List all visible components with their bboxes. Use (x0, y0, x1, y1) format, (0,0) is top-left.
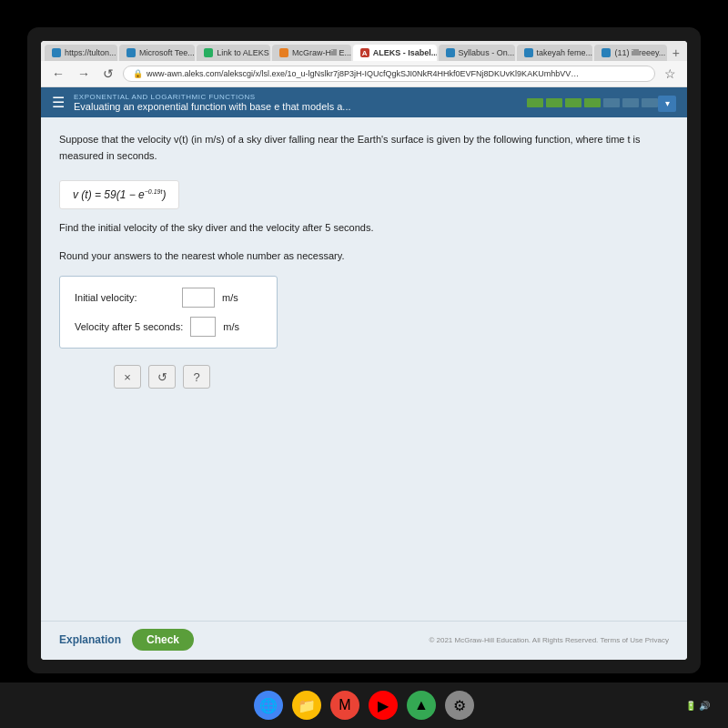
tab-6-label: Syllabus - On... (459, 48, 515, 57)
formula-text: v (t) = 59(1 − e−0.19t) (73, 188, 166, 201)
answer-box: Initial velocity: m/s Velocity after 5 s… (59, 276, 278, 349)
main-content: Suppose that the velocity v(t) (in m/s) … (41, 117, 687, 621)
tab-6-favicon (446, 48, 455, 57)
progress-block-5 (603, 98, 620, 107)
tab-7-favicon (524, 48, 533, 57)
header-title: Evaluating an exponential function with … (74, 101, 527, 112)
tab-1-label: https://tulton... (65, 48, 116, 57)
taskbar-chrome-icon[interactable]: 🌐 (254, 691, 283, 720)
tab-2-label: Microsoft Tee... (139, 48, 195, 57)
taskbar-settings-icon[interactable]: ⚙ (445, 691, 474, 720)
initial-velocity-label: Initial velocity: (75, 292, 175, 303)
answer-row-initial: Initial velocity: m/s (75, 288, 262, 308)
tab-1-favicon (52, 48, 61, 57)
bookmark-button[interactable]: ☆ (661, 65, 680, 83)
taskbar-time: 🔋 🔊 (685, 701, 710, 711)
instruction-line2: Round your answers to the nearest whole … (59, 248, 669, 264)
check-button[interactable]: Check (132, 629, 194, 651)
address-text: www-awn.aleks.com/alekscgi/x/lsl.exe/1o_… (147, 69, 583, 78)
aleks-header: ☰ EXPONENTIAL AND LOGARITHMIC FUNCTIONS … (41, 87, 687, 117)
initial-velocity-input[interactable] (182, 288, 215, 308)
tab-7[interactable]: takeyah feme... × (517, 45, 593, 61)
tab-1[interactable]: https://tulton... × (45, 45, 117, 61)
tab-5-favicon: A (360, 48, 369, 57)
taskbar-drive-icon[interactable]: ▲ (407, 691, 436, 720)
taskbar-gmail-icon[interactable]: M (330, 691, 359, 720)
initial-velocity-unit: m/s (222, 292, 238, 303)
tab-2[interactable]: Microsoft Tee... × (119, 45, 195, 61)
content-footer: Explanation Check © 2021 McGraw-Hill Edu… (41, 621, 687, 660)
tab-4-label: McGraw-Hill E... (292, 48, 351, 57)
taskbar-files-icon[interactable]: 📁 (292, 691, 321, 720)
progress-block-7 (642, 98, 658, 107)
header-progress (527, 98, 658, 107)
help-button[interactable]: ? (183, 365, 210, 389)
header-title-section: EXPONENTIAL AND LOGARITHMIC FUNCTIONS Ev… (74, 93, 527, 112)
laptop-frame: https://tulton... × Microsoft Tee... × L… (27, 27, 701, 673)
back-button[interactable]: ← (48, 65, 68, 83)
action-buttons: × ↺ ? (114, 365, 669, 389)
progress-block-3 (565, 98, 581, 107)
screen: https://tulton... × Microsoft Tee... × L… (41, 41, 687, 660)
os-taskbar: 🌐 📁 M ▶ ▲ ⚙ 🔋 🔊 (0, 682, 728, 728)
after5-velocity-label: Velocity after 5 seconds: (75, 321, 183, 332)
forward-button[interactable]: → (74, 65, 94, 83)
address-bar[interactable]: 🔒 www-awn.aleks.com/alekscgi/x/lsl.exe/1… (123, 66, 655, 82)
progress-block-2 (546, 98, 562, 107)
header-subtitle: EXPONENTIAL AND LOGARITHMIC FUNCTIONS (74, 93, 527, 101)
tab-3-label: Link to ALEKS (217, 48, 269, 57)
progress-block-1 (527, 98, 543, 107)
tab-2-favicon (126, 48, 136, 57)
tab-4[interactable]: McGraw-Hill E... × (272, 45, 351, 61)
tab-7-label: takeyah feme... (537, 48, 593, 57)
undo-button[interactable]: ↺ (148, 365, 176, 389)
taskbar-right: 🔋 🔊 (685, 701, 710, 711)
lock-icon: 🔒 (133, 69, 143, 78)
copyright-text: © 2021 McGraw-Hill Education. All Rights… (429, 636, 669, 644)
tab-4-favicon (279, 48, 288, 57)
formula-block: v (t) = 59(1 − e−0.19t) (59, 180, 179, 209)
browser-nav-bar: ← → ↺ 🔒 www-awn.aleks.com/alekscgi/x/lsl… (41, 61, 687, 87)
instruction-line1: Find the initial velocity of the sky div… (59, 220, 669, 236)
after5-velocity-unit: m/s (223, 321, 239, 332)
tab-3[interactable]: Link to ALEKS × (197, 45, 270, 61)
tab-5[interactable]: A ALEKS - Isabel... × (353, 45, 437, 61)
header-dropdown[interactable]: ▾ (658, 96, 676, 112)
after5-velocity-input[interactable] (190, 317, 216, 337)
tab-8-label: (11) illlreeey... (614, 48, 665, 57)
hamburger-menu[interactable]: ☰ (52, 94, 65, 111)
explanation-link[interactable]: Explanation (59, 633, 121, 646)
reload-button[interactable]: ↺ (99, 65, 117, 83)
new-tab-button[interactable]: + (669, 46, 683, 60)
tab-8-favicon (602, 48, 611, 57)
answer-row-after5: Velocity after 5 seconds: m/s (75, 317, 262, 337)
problem-intro: Suppose that the velocity v(t) (in m/s) … (59, 132, 669, 164)
tab-5-label: ALEKS - Isabel... (373, 48, 437, 57)
tab-8[interactable]: (11) illlreeey... × (594, 45, 666, 61)
progress-block-6 (622, 98, 639, 107)
browser-tab-bar: https://tulton... × Microsoft Tee... × L… (41, 41, 687, 61)
taskbar-youtube-icon[interactable]: ▶ (369, 691, 398, 720)
clear-button[interactable]: × (114, 365, 141, 389)
tab-3-favicon (204, 48, 213, 57)
tab-6[interactable]: Syllabus - On... × (439, 45, 515, 61)
progress-block-4 (584, 98, 601, 107)
